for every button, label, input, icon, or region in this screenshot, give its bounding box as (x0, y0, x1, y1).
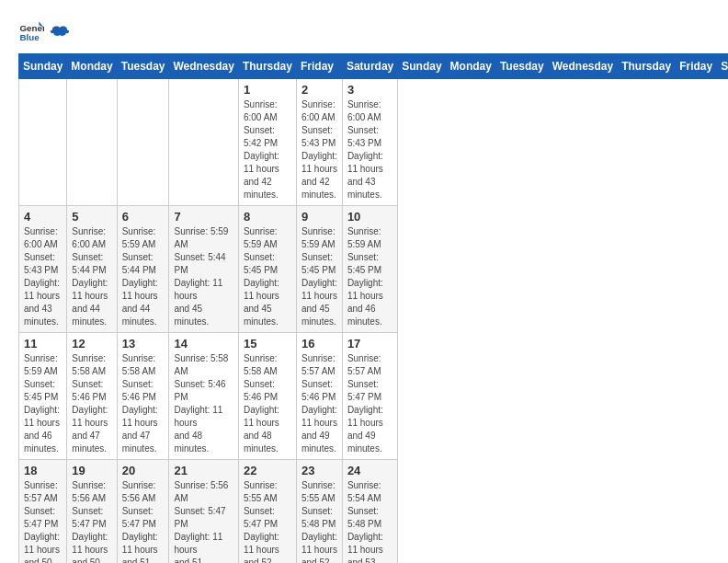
day-number: 9 (301, 210, 337, 224)
day-number: 17 (347, 337, 392, 350)
day-number: 18 (24, 464, 62, 477)
day-info: Sunrise: 5:57 AM Sunset: 5:46 PM Dayligh… (301, 352, 337, 455)
day-info: Sunrise: 5:59 AM Sunset: 5:45 PM Dayligh… (244, 225, 291, 328)
calendar-cell: 8Sunrise: 5:59 AM Sunset: 5:45 PM Daylig… (238, 206, 296, 333)
header-monday: Monday (67, 54, 117, 79)
day-info: Sunrise: 5:58 AM Sunset: 5:46 PM Dayligh… (122, 352, 165, 455)
col-header-sunday: Sunday (398, 54, 446, 79)
day-number: 3 (347, 83, 392, 97)
header-thursday: Thursday (238, 54, 296, 79)
day-info: Sunrise: 5:59 AM Sunset: 5:45 PM Dayligh… (24, 352, 62, 455)
day-number: 13 (122, 337, 165, 350)
day-number: 8 (244, 210, 291, 224)
calendar-cell (169, 79, 238, 206)
logo-icon: General Blue (18, 18, 44, 44)
day-info: Sunrise: 5:59 AM Sunset: 5:45 PM Dayligh… (301, 225, 337, 328)
day-info: Sunrise: 5:56 AM Sunset: 5:47 PM Dayligh… (72, 479, 111, 563)
day-number: 7 (174, 210, 233, 224)
day-number: 5 (72, 210, 111, 224)
day-info: Sunrise: 6:00 AM Sunset: 5:43 PM Dayligh… (301, 98, 337, 201)
col-header-friday: Friday (676, 54, 717, 79)
day-info: Sunrise: 5:56 AM Sunset: 5:47 PM Dayligh… (174, 479, 233, 563)
day-info: Sunrise: 6:00 AM Sunset: 5:42 PM Dayligh… (244, 98, 291, 201)
calendar-cell: 4Sunrise: 6:00 AM Sunset: 5:43 PM Daylig… (19, 206, 67, 333)
day-info: Sunrise: 5:54 AM Sunset: 5:48 PM Dayligh… (347, 479, 392, 563)
svg-text:Blue: Blue (19, 32, 40, 42)
day-info: Sunrise: 5:57 AM Sunset: 5:47 PM Dayligh… (347, 352, 392, 455)
calendar-cell: 17Sunrise: 5:57 AM Sunset: 5:47 PM Dayli… (342, 333, 397, 460)
day-number: 12 (72, 337, 111, 350)
day-info: Sunrise: 5:58 AM Sunset: 5:46 PM Dayligh… (72, 352, 111, 455)
day-number: 15 (244, 337, 291, 350)
calendar-cell: 12Sunrise: 5:58 AM Sunset: 5:46 PM Dayli… (67, 333, 117, 460)
header-saturday: Saturday (342, 54, 397, 79)
calendar-cell: 22Sunrise: 5:55 AM Sunset: 5:47 PM Dayli… (238, 460, 296, 564)
calendar-week-row: 18Sunrise: 5:57 AM Sunset: 5:47 PM Dayli… (19, 460, 729, 564)
calendar-cell: 3Sunrise: 6:00 AM Sunset: 5:43 PM Daylig… (342, 79, 397, 206)
day-info: Sunrise: 5:59 AM Sunset: 5:44 PM Dayligh… (122, 225, 165, 328)
day-info: Sunrise: 6:00 AM Sunset: 5:43 PM Dayligh… (24, 225, 62, 328)
calendar-cell: 6Sunrise: 5:59 AM Sunset: 5:44 PM Daylig… (117, 206, 169, 333)
day-number: 21 (174, 464, 233, 477)
calendar-cell: 9Sunrise: 5:59 AM Sunset: 5:45 PM Daylig… (296, 206, 342, 333)
calendar-cell: 18Sunrise: 5:57 AM Sunset: 5:47 PM Dayli… (19, 460, 67, 564)
day-info: Sunrise: 6:00 AM Sunset: 5:43 PM Dayligh… (347, 98, 392, 201)
calendar-cell: 11Sunrise: 5:59 AM Sunset: 5:45 PM Dayli… (19, 333, 67, 460)
calendar-cell: 7Sunrise: 5:59 AM Sunset: 5:44 PM Daylig… (169, 206, 238, 333)
header-sunday: Sunday (19, 54, 67, 79)
day-number: 10 (347, 210, 392, 224)
calendar-cell (67, 79, 117, 206)
day-number: 19 (72, 464, 111, 477)
col-header-monday: Monday (446, 54, 495, 79)
header-tuesday: Tuesday (117, 54, 169, 79)
calendar-week-row: 11Sunrise: 5:59 AM Sunset: 5:45 PM Dayli… (19, 333, 729, 460)
day-number: 23 (301, 464, 337, 477)
logo: General Blue (18, 18, 70, 44)
day-number: 1 (244, 83, 291, 97)
day-number: 2 (301, 83, 337, 97)
day-number: 4 (24, 210, 62, 224)
calendar-cell: 21Sunrise: 5:56 AM Sunset: 5:47 PM Dayli… (169, 460, 238, 564)
calendar-cell (117, 79, 169, 206)
calendar-cell (19, 79, 67, 206)
col-header-wednesday: Wednesday (548, 54, 617, 79)
day-number: 20 (122, 464, 165, 477)
calendar-header-row: SundayMondayTuesdayWednesdayThursdayFrid… (19, 54, 729, 79)
day-info: Sunrise: 5:58 AM Sunset: 5:46 PM Dayligh… (244, 352, 291, 455)
calendar-cell: 24Sunrise: 5:54 AM Sunset: 5:48 PM Dayli… (342, 460, 397, 564)
col-header-tuesday: Tuesday (495, 54, 548, 79)
day-info: Sunrise: 5:55 AM Sunset: 5:47 PM Dayligh… (244, 479, 291, 563)
day-number: 14 (174, 337, 233, 350)
page-header: General Blue (18, 18, 710, 44)
day-info: Sunrise: 5:55 AM Sunset: 5:48 PM Dayligh… (301, 479, 337, 563)
header-friday: Friday (296, 54, 342, 79)
calendar-table: SundayMondayTuesdayWednesdayThursdayFrid… (18, 53, 728, 563)
day-info: Sunrise: 5:57 AM Sunset: 5:47 PM Dayligh… (24, 479, 62, 563)
col-header-thursday: Thursday (618, 54, 676, 79)
calendar-cell: 2Sunrise: 6:00 AM Sunset: 5:43 PM Daylig… (296, 79, 342, 206)
calendar-cell: 14Sunrise: 5:58 AM Sunset: 5:46 PM Dayli… (169, 333, 238, 460)
calendar-week-row: 4Sunrise: 6:00 AM Sunset: 5:43 PM Daylig… (19, 206, 729, 333)
day-number: 24 (347, 464, 392, 477)
day-info: Sunrise: 5:59 AM Sunset: 5:44 PM Dayligh… (174, 225, 233, 328)
day-number: 6 (122, 210, 165, 224)
col-header-saturday: Saturday (717, 54, 728, 79)
calendar-cell: 15Sunrise: 5:58 AM Sunset: 5:46 PM Dayli… (238, 333, 296, 460)
day-info: Sunrise: 6:00 AM Sunset: 5:44 PM Dayligh… (72, 225, 111, 328)
day-number: 22 (244, 464, 291, 477)
calendar-cell: 23Sunrise: 5:55 AM Sunset: 5:48 PM Dayli… (296, 460, 342, 564)
calendar-cell: 16Sunrise: 5:57 AM Sunset: 5:46 PM Dayli… (296, 333, 342, 460)
calendar-week-row: 1Sunrise: 6:00 AM Sunset: 5:42 PM Daylig… (19, 79, 729, 206)
day-info: Sunrise: 5:59 AM Sunset: 5:45 PM Dayligh… (347, 225, 392, 328)
day-number: 11 (24, 337, 62, 350)
day-info: Sunrise: 5:56 AM Sunset: 5:47 PM Dayligh… (122, 479, 165, 563)
day-info: Sunrise: 5:58 AM Sunset: 5:46 PM Dayligh… (174, 352, 233, 455)
calendar-cell: 19Sunrise: 5:56 AM Sunset: 5:47 PM Dayli… (67, 460, 117, 564)
calendar-cell: 5Sunrise: 6:00 AM Sunset: 5:44 PM Daylig… (67, 206, 117, 333)
header-wednesday: Wednesday (169, 54, 238, 79)
calendar-cell: 1Sunrise: 6:00 AM Sunset: 5:42 PM Daylig… (238, 79, 296, 206)
calendar-cell: 13Sunrise: 5:58 AM Sunset: 5:46 PM Dayli… (117, 333, 169, 460)
calendar-cell: 10Sunrise: 5:59 AM Sunset: 5:45 PM Dayli… (342, 206, 397, 333)
day-number: 16 (301, 337, 337, 350)
logo-bird-icon (50, 23, 70, 43)
